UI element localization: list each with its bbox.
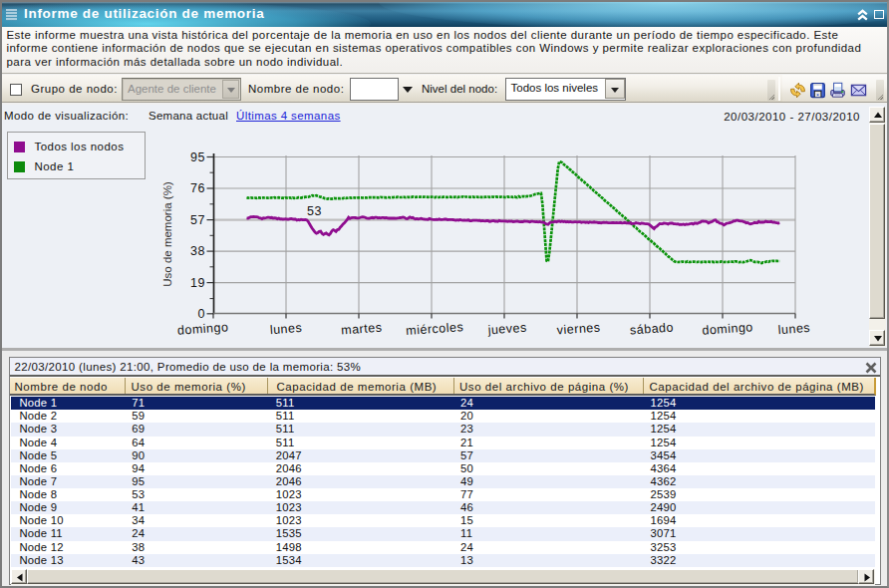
svg-text:19: 19 [190, 276, 205, 290]
svg-text:jueves: jueves [486, 321, 527, 338]
svg-text:domingo: domingo [702, 320, 753, 338]
svg-text:57: 57 [190, 213, 205, 227]
svg-text:76: 76 [190, 181, 205, 195]
svg-text:martes: martes [341, 321, 383, 338]
svg-text:38: 38 [190, 244, 205, 258]
svg-text:0: 0 [198, 307, 205, 321]
svg-text:53: 53 [307, 204, 322, 218]
svg-text:viernes: viernes [556, 320, 601, 337]
svg-text:miércoles: miércoles [406, 320, 464, 338]
svg-text:domingo: domingo [177, 320, 229, 338]
svg-text:lunes: lunes [777, 321, 810, 337]
svg-text:95: 95 [190, 150, 205, 164]
svg-text:lunes: lunes [269, 321, 302, 337]
svg-text:sábado: sábado [630, 320, 675, 337]
